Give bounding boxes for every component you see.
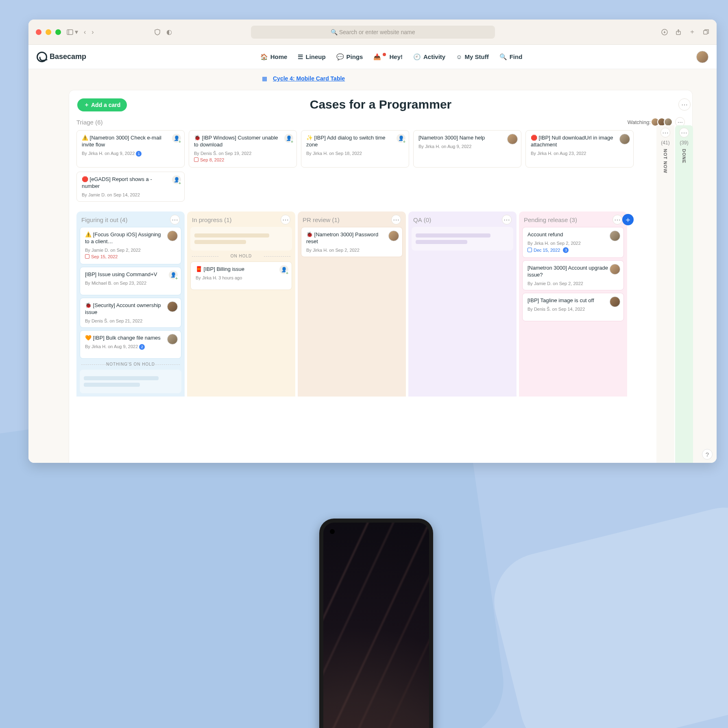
- column-card[interactable]: Account refund By Jirka H. on Sep 2, 202…: [522, 227, 624, 258]
- nav-lineup[interactable]: ☰Lineup: [298, 53, 325, 61]
- column-menu-button[interactable]: ⋯: [170, 215, 180, 225]
- zoom-window-icon[interactable]: [55, 29, 61, 35]
- assignee-avatar[interactable]: [167, 334, 178, 344]
- calendar-icon: [194, 157, 198, 162]
- calendar-icon: [527, 248, 532, 252]
- rail-menu-button[interactable]: ⋯: [679, 128, 689, 137]
- svg-rect-4: [704, 31, 707, 34]
- privacy-icon[interactable]: ◐: [166, 28, 172, 36]
- column-card[interactable]: [Nametron 3000] Account upgrade issue? B…: [522, 260, 624, 290]
- assignee-placeholder-icon[interactable]: 👤: [172, 175, 181, 184]
- column-card[interactable]: 🐞 [Nametron 3000] Password reset By Jirk…: [301, 227, 403, 257]
- forward-button[interactable]: ›: [92, 28, 94, 36]
- share-icon[interactable]: [675, 28, 682, 36]
- board: ＋ Add a card Cases for a Programmer ⋯ Tr…: [69, 90, 692, 463]
- placeholder-card: [412, 227, 513, 251]
- assignee-avatar[interactable]: [619, 134, 630, 144]
- assignee-avatar[interactable]: [610, 264, 620, 275]
- shield-icon[interactable]: [154, 29, 161, 35]
- triage-card[interactable]: 👤 🛑 [eGADS] Report shows a -number By Ja…: [76, 172, 185, 202]
- assignee-avatar[interactable]: [610, 231, 620, 241]
- nav-hey[interactable]: 📥Hey!: [373, 53, 403, 61]
- assignee-placeholder-icon[interactable]: 👤: [284, 134, 293, 143]
- breadcrumb: ▦ Cycle 4: Mobile Card Table: [28, 71, 717, 85]
- board-menu-button[interactable]: ⋯: [678, 98, 691, 111]
- due-date: Sep 8, 2022: [194, 157, 224, 162]
- tabs-overview-icon[interactable]: [703, 28, 709, 36]
- svg-rect-0: [67, 30, 73, 35]
- close-window-icon[interactable]: [36, 29, 41, 35]
- nav-home[interactable]: 🏠Home: [260, 53, 288, 61]
- column-card[interactable]: [IBP] Tagline image is cut off By Denis …: [522, 293, 624, 321]
- column-qa: QA (0) ⋯: [408, 211, 517, 397]
- comment-count-badge: 1: [136, 151, 142, 157]
- help-button[interactable]: ?: [702, 449, 713, 460]
- phone-mockup: [319, 519, 433, 728]
- assignee-placeholder-icon[interactable]: 👤: [172, 134, 181, 143]
- address-bar-placeholder: Search or enter website name: [339, 29, 415, 35]
- clock-icon: 🕘: [413, 53, 421, 61]
- column-in-progress: In progress (1) ⋯ ON HOLD 👤 🧧 [IBP] Bill…: [187, 211, 295, 397]
- plus-icon: ＋: [84, 101, 89, 109]
- current-user-avatar[interactable]: [696, 51, 708, 63]
- add-column-button[interactable]: ＋: [622, 214, 634, 225]
- back-button[interactable]: ‹: [84, 28, 86, 36]
- column-card[interactable]: 👤 🧧 [IBP] Billing issue By Jirka H. 3 ho…: [190, 262, 292, 290]
- address-bar[interactable]: 🔍 Search or enter website name: [251, 26, 495, 39]
- search-icon: 🔍: [499, 53, 507, 61]
- chat-icon: 💬: [336, 53, 344, 61]
- add-card-button[interactable]: ＋ Add a card: [77, 98, 127, 111]
- sidebar-toggle-icon[interactable]: ▾: [67, 28, 78, 36]
- minimize-window-icon[interactable]: [46, 29, 51, 35]
- assignee-placeholder-icon[interactable]: 👤: [397, 134, 405, 143]
- column-menu-button[interactable]: ⋯: [502, 215, 512, 225]
- nav-find[interactable]: 🔍Find: [499, 53, 523, 61]
- unread-badge-icon: [383, 53, 386, 56]
- project-link[interactable]: Cycle 4: Mobile Card Table: [273, 75, 345, 82]
- column-pending-release: Pending release (3) ⋯ Account refund By …: [519, 211, 627, 397]
- board-wrapper: All-access ▦ Cycle 4: Mobile Card Table …: [28, 69, 717, 463]
- not-now-rail[interactable]: ⋯ (41) NOT NOW: [656, 125, 674, 463]
- column-menu-button[interactable]: ⋯: [391, 215, 401, 225]
- triage-card[interactable]: [Nametron 3000] Name help By Jirka H. on…: [413, 130, 521, 168]
- column-card[interactable]: 👤 [IBP] Issue using Command+V By Michael…: [80, 267, 181, 295]
- assignee-avatar[interactable]: [167, 231, 178, 241]
- triage-card[interactable]: 🛑 [IBP] Null downloadUrl in image attach…: [525, 130, 634, 168]
- done-rail[interactable]: ⋯ (39) DONE: [675, 125, 693, 463]
- downloads-icon[interactable]: [661, 28, 668, 36]
- column-figuring: Figuring it out (4) ⋯ ⚠️ [Focus Group iO…: [76, 211, 185, 397]
- browser-window: ▾ ‹ › ◐ 🔍 Search or enter website name ＋: [28, 20, 717, 463]
- on-hold-separator: ON HOLD: [190, 254, 292, 258]
- assignee-placeholder-icon[interactable]: 👤: [169, 270, 178, 279]
- column-menu-button[interactable]: ⋯: [281, 215, 290, 225]
- triage-card[interactable]: 👤 ⚠️ [Nametron 3000] Check e-mail invite…: [76, 130, 185, 168]
- comment-count-badge: 2: [139, 344, 145, 350]
- column-card[interactable]: ⚠️ [Focus Group iOS] Assigning to a clie…: [80, 227, 181, 264]
- assignee-placeholder-icon[interactable]: 👤: [279, 265, 288, 274]
- nav-mystuff[interactable]: ☺My Stuff: [456, 53, 489, 61]
- placeholder-card: [80, 370, 181, 393]
- page-title: Cases for a Programmer: [310, 98, 452, 111]
- app-header: Basecamp 🏠Home ☰Lineup 💬Pings 📥Hey! 🕘Act…: [28, 45, 717, 69]
- nav-pings[interactable]: 💬Pings: [336, 53, 363, 61]
- column-card[interactable]: 🐞 [Security] Account ownership issue By …: [80, 298, 181, 328]
- column-card[interactable]: 🧡 [IBP] Bulk change file names By Jirka …: [80, 330, 181, 359]
- triage-card[interactable]: 👤 ✨ [IBP] Add dialog to switch time zone…: [301, 130, 409, 168]
- phone-camera-icon: [330, 529, 335, 534]
- column-pr-review: PR review (1) ⋯ 🐞 [Nametron 3000] Passwo…: [298, 211, 406, 397]
- basecamp-logo[interactable]: Basecamp: [37, 52, 86, 62]
- triage-title: Triage (6): [76, 119, 102, 126]
- browser-toolbar: ▾ ‹ › ◐ 🔍 Search or enter website name ＋: [28, 20, 717, 45]
- assignee-avatar[interactable]: [610, 296, 620, 307]
- new-tab-icon[interactable]: ＋: [689, 28, 695, 36]
- column-menu-button[interactable]: ⋯: [612, 215, 622, 225]
- triage-card[interactable]: 👤 🐞 [IBP Windows] Customer unable to dow…: [189, 130, 297, 168]
- lineup-icon: ☰: [298, 53, 303, 61]
- nav-activity[interactable]: 🕘Activity: [413, 53, 445, 61]
- inbox-icon: 📥: [373, 53, 381, 61]
- assignee-avatar[interactable]: [167, 301, 178, 312]
- window-controls[interactable]: [36, 29, 61, 35]
- rail-menu-button[interactable]: ⋯: [660, 128, 670, 137]
- assignee-avatar[interactable]: [507, 134, 518, 144]
- assignee-avatar[interactable]: [388, 231, 399, 241]
